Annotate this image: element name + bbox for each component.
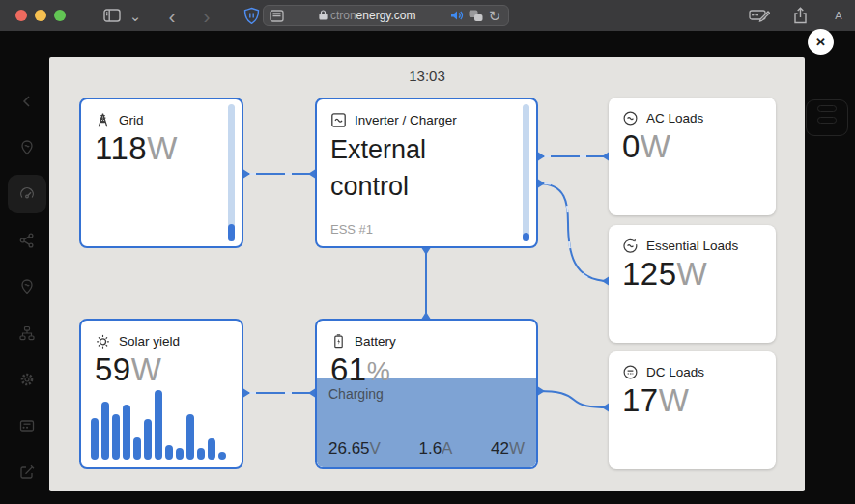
essential-loads-card[interactable]: Essential Loads 125W bbox=[609, 225, 776, 343]
dc-loads-card[interactable]: DC Loads 17W bbox=[609, 351, 776, 469]
page-content: ✕ 13:03 Grid 118W bbox=[0, 31, 855, 504]
inverter-gauge bbox=[523, 104, 529, 241]
url-text: ctronenergy.com bbox=[284, 9, 450, 22]
reload-icon[interactable]: ↻ bbox=[487, 8, 502, 23]
ac-loads-icon bbox=[622, 110, 639, 126]
system-overview-panel: 13:03 Grid 118W I bbox=[49, 57, 805, 491]
solar-bar bbox=[133, 437, 141, 460]
autofill-icon[interactable] bbox=[748, 4, 771, 27]
solar-bar bbox=[91, 418, 99, 460]
sidebar-settings-gear-icon[interactable] bbox=[8, 360, 46, 399]
minimize-window-button[interactable] bbox=[35, 10, 46, 21]
dc-loads-label: DC Loads bbox=[646, 365, 704, 379]
solar-label: Solar yield bbox=[119, 334, 180, 349]
sidebar-remote-console-icon[interactable] bbox=[8, 406, 46, 445]
forward-button[interactable]: › bbox=[195, 4, 218, 27]
battery-stats: 26.65V 1.6A 42W bbox=[328, 439, 525, 459]
solar-power: 59W bbox=[81, 350, 242, 388]
close-window-button[interactable] bbox=[15, 10, 27, 21]
grid-card[interactable]: Grid 118W bbox=[79, 98, 243, 248]
share-icon[interactable] bbox=[788, 4, 812, 27]
sidebar-back-icon[interactable] bbox=[8, 82, 46, 121]
solar-bar bbox=[208, 438, 215, 460]
privacy-shield-icon[interactable] bbox=[240, 4, 263, 27]
sidebar-edit-icon[interactable] bbox=[8, 453, 46, 491]
solar-bar bbox=[176, 448, 184, 460]
inverter-sub-label: ESS #1 bbox=[330, 222, 373, 237]
inverter-card[interactable]: Inverter / Charger External control ESS … bbox=[315, 98, 538, 248]
battery-soc: 61% bbox=[317, 350, 536, 388]
text-smaller-button[interactable]: A bbox=[827, 4, 850, 27]
battery-voltage: 26.65V bbox=[328, 439, 381, 459]
inverter-state: External control bbox=[317, 128, 500, 206]
layout-toggle-button-dimmed[interactable] bbox=[806, 99, 848, 136]
battery-label: Battery bbox=[355, 334, 396, 349]
chevron-down-icon[interactable]: ⌄ bbox=[124, 4, 147, 27]
battery-current: 1.6A bbox=[418, 439, 452, 459]
grid-label: Grid bbox=[119, 113, 144, 127]
grid-power: 118W bbox=[81, 128, 242, 167]
close-overlay-button[interactable]: ✕ bbox=[808, 29, 834, 55]
solar-card[interactable]: Solar yield 59W bbox=[79, 319, 243, 469]
zoom-window-button[interactable] bbox=[54, 10, 66, 21]
solar-bar bbox=[218, 452, 226, 460]
essential-loads-power: 125W bbox=[609, 254, 776, 293]
solar-bar bbox=[186, 414, 194, 460]
solar-bar bbox=[101, 402, 109, 460]
back-button[interactable]: ‹ bbox=[160, 4, 184, 27]
essential-loads-icon bbox=[622, 238, 639, 254]
dc-loads-power: 17W bbox=[609, 380, 776, 419]
solar-bar bbox=[165, 445, 173, 460]
page-menu-icon[interactable] bbox=[270, 10, 284, 22]
app-sidebar bbox=[0, 31, 49, 504]
sidebar-dashboard-icon[interactable] bbox=[8, 175, 46, 213]
dc-loads-icon bbox=[622, 364, 639, 380]
grid-gauge bbox=[228, 104, 235, 241]
battery-card[interactable]: Charging Battery 61% 26.65V 1.6A 42W bbox=[315, 319, 538, 469]
grid-pylon-icon bbox=[95, 112, 111, 128]
sun-icon bbox=[95, 333, 111, 350]
solar-history-chart bbox=[91, 388, 226, 460]
sidebar-map-pin-icon[interactable] bbox=[8, 128, 46, 167]
sidebar-location-icon[interactable] bbox=[8, 267, 46, 306]
essential-loads-label: Essential Loads bbox=[646, 238, 738, 253]
solar-bar bbox=[123, 405, 130, 460]
solar-bar bbox=[197, 448, 205, 460]
solar-bar bbox=[155, 390, 162, 460]
solar-bar bbox=[112, 414, 120, 460]
audio-playing-icon[interactable] bbox=[450, 10, 464, 21]
solar-bar bbox=[144, 419, 152, 460]
traffic-lights bbox=[15, 10, 73, 21]
address-bar[interactable]: ctronenergy.com ↻ bbox=[263, 5, 509, 26]
sidebar-share-nodes-icon[interactable] bbox=[8, 221, 46, 260]
battery-icon bbox=[330, 333, 347, 350]
inverter-icon bbox=[330, 112, 347, 128]
sidebar-toggle-icon[interactable] bbox=[100, 4, 124, 27]
browser-toolbar: ⌄ ‹ › ctronenergy.com bbox=[0, 0, 855, 31]
translate-icon[interactable] bbox=[469, 10, 483, 22]
lock-icon bbox=[319, 10, 328, 20]
battery-power: 42W bbox=[491, 439, 525, 459]
inverter-label: Inverter / Charger bbox=[355, 113, 457, 127]
sidebar-sitemap-icon[interactable] bbox=[8, 314, 46, 352]
ac-loads-label: AC Loads bbox=[646, 111, 703, 126]
ac-loads-card[interactable]: AC Loads 0W bbox=[609, 98, 776, 215]
ac-loads-power: 0W bbox=[609, 126, 776, 165]
overview-time: 13:03 bbox=[49, 68, 805, 84]
